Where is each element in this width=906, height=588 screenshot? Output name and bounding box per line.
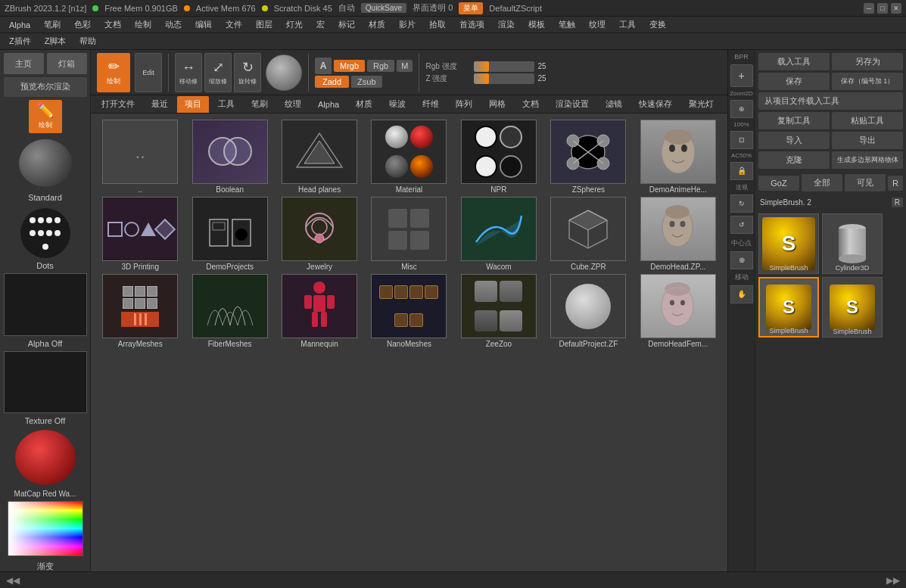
stroke-preview[interactable] <box>20 208 70 258</box>
load-tool-button[interactable]: 载入工具 <box>758 53 830 70</box>
menu-pick[interactable]: 拾取 <box>423 17 452 32</box>
ac50-button[interactable]: ⊡ <box>730 131 753 149</box>
tab-render-settings[interactable]: 渲染设置 <box>548 96 596 113</box>
tab-array[interactable]: 阵列 <box>448 96 480 113</box>
maximize-button[interactable]: □ <box>877 3 888 14</box>
minimize-button[interactable]: ─ <box>864 3 874 14</box>
r-button[interactable]: R <box>888 176 903 191</box>
folder-npr[interactable]: NPR <box>456 120 542 194</box>
folder-fibermeshes[interactable]: FiberMeshes <box>186 274 272 348</box>
network-button[interactable]: 🔒 <box>730 162 753 180</box>
texture-off-preview[interactable] <box>4 351 87 413</box>
visible-button[interactable]: 可见 <box>845 174 886 191</box>
menu-transform[interactable]: 变换 <box>643 17 672 32</box>
folder-cube[interactable]: Cube.ZPR <box>545 197 631 271</box>
tab-project[interactable]: 项目 <box>177 96 209 113</box>
tab-fiber[interactable]: 纤维 <box>415 96 447 113</box>
menu-draw[interactable]: 绘制 <box>129 17 157 32</box>
tab-noise[interactable]: 噪波 <box>381 96 413 113</box>
all-button[interactable]: 全部 <box>802 174 842 191</box>
menu-preferences[interactable]: 首选项 <box>453 17 490 32</box>
tab-quick-save[interactable]: 快速保存 <box>631 96 680 113</box>
menu-texture[interactable]: 纹理 <box>583 17 612 32</box>
quicksave-button[interactable]: QuickSave <box>361 3 406 13</box>
load-project-button[interactable]: 从项目文件载入工具 <box>758 92 903 110</box>
save-button[interactable]: 保存 <box>758 73 830 90</box>
zoom2d-button[interactable]: ⊕ <box>730 100 753 118</box>
preview-bool-render-button[interactable]: 预览布尔渲染 <box>4 77 87 97</box>
rotate2-icon-button[interactable]: ↺ <box>730 216 753 234</box>
close-button[interactable]: ✕ <box>891 3 901 14</box>
menu-doc[interactable]: 文档 <box>98 17 127 32</box>
menu-macro[interactable]: 宏 <box>310 17 331 32</box>
menu-stroke[interactable]: 笔触 <box>553 17 581 32</box>
folder-demoprojects[interactable]: DemoProjects <box>186 197 272 271</box>
paste-tool-button[interactable]: 粘贴工具 <box>832 112 903 129</box>
tool-cylinder3d[interactable]: Cylinder3D <box>822 213 883 274</box>
folder-demoanime[interactable]: DemoAnimeHe... <box>635 120 721 194</box>
tab-doc[interactable]: 文档 <box>515 96 546 113</box>
polymesh-button[interactable]: 生成多边形网格物体 <box>832 151 903 169</box>
clone-button[interactable]: 克隆 <box>758 151 830 169</box>
menu-alpha[interactable]: Alpha <box>3 19 36 31</box>
tab-open-file[interactable]: 打开文件 <box>94 96 142 113</box>
lightbox-button[interactable]: 灯箱 <box>47 53 87 74</box>
menu-zplugin[interactable]: Z插件 <box>3 34 37 48</box>
tool-simplebr-gold[interactable]: S SimpleBrush <box>758 213 819 274</box>
alpha-off-preview[interactable] <box>4 273 87 335</box>
tab-spotlight[interactable]: 聚光灯 <box>681 96 721 113</box>
folder-back[interactable]: .. .. <box>97 120 183 194</box>
folder-jewelry[interactable]: Jewelry <box>276 197 363 271</box>
tool-simplebr-2[interactable]: S SimpleBrush <box>758 277 819 338</box>
menu-color[interactable]: 色彩 <box>68 17 97 32</box>
center-button[interactable]: ⊕ <box>730 251 753 269</box>
tab-material[interactable]: 材质 <box>348 96 380 113</box>
import-button[interactable]: 导入 <box>758 132 830 149</box>
move-button[interactable]: ↔ 移动修 <box>175 53 202 92</box>
draw-mode-button[interactable]: ✏️ 绘制 <box>29 100 62 133</box>
rotate-button[interactable]: ↻ 旋转修 <box>234 53 261 92</box>
tab-texture[interactable]: 纹理 <box>277 96 309 113</box>
folder-material[interactable]: Material <box>366 120 452 194</box>
folder-demoheadfem[interactable]: DemoHeadFem... <box>635 274 721 348</box>
folder-3dprinting[interactable]: 3D Printing <box>97 197 183 271</box>
folder-mannequin[interactable]: Mannequin <box>276 274 363 348</box>
folder-defaultproject[interactable]: DefaultProject.ZF <box>545 274 631 348</box>
bpr-badge[interactable]: BPR <box>734 53 749 61</box>
folder-zeezoo[interactable]: ZeeZoo <box>456 274 542 348</box>
tab-alpha[interactable]: Alpha <box>310 96 347 113</box>
folder-nanomeshes[interactable]: NanoMeshes <box>366 274 452 348</box>
save-num-button[interactable]: 保存（编号加 1） <box>832 73 903 90</box>
folder-misc[interactable]: Misc <box>366 197 452 271</box>
menu-dynamics[interactable]: 动态 <box>159 17 188 32</box>
zadd-button[interactable]: Zadd <box>315 76 349 88</box>
menu-template[interactable]: 模板 <box>522 17 551 32</box>
menu-marker[interactable]: 标记 <box>332 17 361 32</box>
brush-preview-ball[interactable] <box>19 139 72 188</box>
edit-tool-button[interactable]: Edit <box>135 53 162 92</box>
menu-tool[interactable]: 工具 <box>613 17 642 32</box>
folder-headplanes[interactable]: Head planes <box>276 120 363 194</box>
mrgb-button[interactable]: Mrgb <box>334 60 365 72</box>
goz-button[interactable]: GoZ <box>758 176 799 191</box>
color-picker[interactable] <box>8 501 83 556</box>
a-button[interactable]: A <box>315 58 332 74</box>
tab-filter[interactable]: 滤镜 <box>598 96 630 113</box>
folder-arraymeshes[interactable]: ArrayMeshes <box>97 274 183 348</box>
move-icon-button[interactable]: ✋ <box>730 285 753 303</box>
menu-help[interactable]: 帮助 <box>73 34 102 48</box>
folder-wacom[interactable]: Wacom <box>456 197 542 271</box>
bottom-left-arrow[interactable]: ◀◀ <box>6 575 20 586</box>
menu-button[interactable]: 菜单 <box>459 2 483 14</box>
menu-zscript[interactable]: Z脚本 <box>39 34 73 48</box>
m-button[interactable]: M <box>397 60 413 72</box>
draw-tool-button[interactable]: ✏ 绘制 <box>97 53 130 92</box>
menu-render[interactable]: 渲染 <box>492 17 521 32</box>
tab-brush[interactable]: 笔刷 <box>244 96 276 113</box>
folder-boolean[interactable]: Boolean <box>186 120 272 194</box>
save-as-button[interactable]: 另存为 <box>832 53 903 70</box>
bottom-right-arrow[interactable]: ▶▶ <box>886 575 900 586</box>
menu-file[interactable]: 文件 <box>219 17 248 32</box>
menu-light[interactable]: 灯光 <box>280 17 309 32</box>
rgb-strength-track[interactable] <box>474 61 534 72</box>
